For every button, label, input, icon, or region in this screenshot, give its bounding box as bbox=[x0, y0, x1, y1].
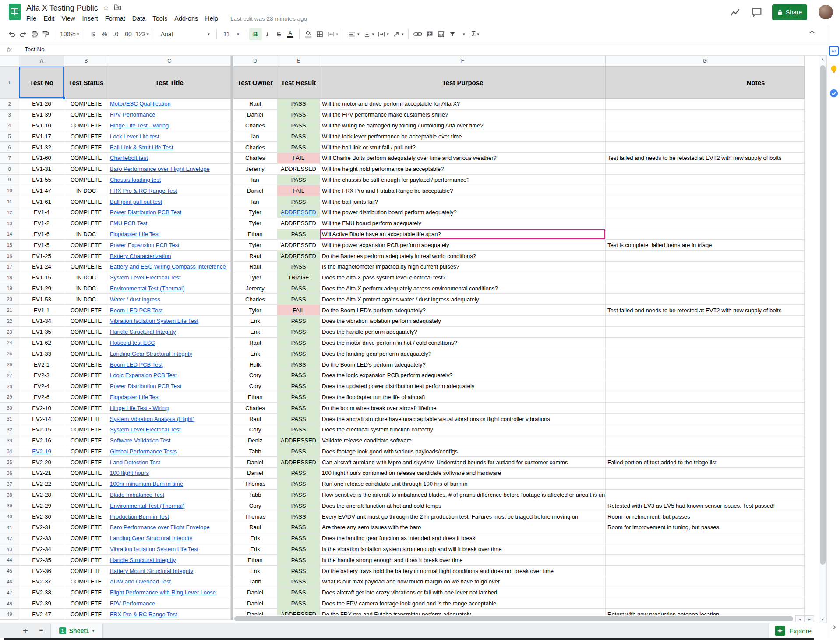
cell-test-status[interactable]: COMPLETE bbox=[64, 131, 108, 142]
cell-test-no[interactable]: EV1-47 bbox=[19, 185, 64, 196]
sheet-activity-icon[interactable] bbox=[730, 7, 741, 19]
font-size-select[interactable]: 11▾ bbox=[220, 28, 243, 40]
cell-notes[interactable] bbox=[606, 316, 805, 327]
bold-button[interactable]: B bbox=[249, 28, 262, 40]
cell-notes[interactable] bbox=[606, 229, 805, 240]
cell-test-title[interactable]: FRX Pro & RC Range Test bbox=[108, 609, 231, 620]
row-number-45[interactable]: 45 bbox=[0, 566, 19, 576]
menu-addons[interactable]: Add-ons bbox=[171, 14, 201, 23]
cell-test-purpose[interactable]: Do the Boom LED's perform adequately? bbox=[320, 359, 606, 370]
cell-test-result[interactable]: PASS bbox=[277, 110, 320, 120]
cell-test-status[interactable]: COMPLETE bbox=[64, 348, 108, 359]
cell-test-owner[interactable]: Ian bbox=[233, 131, 277, 142]
cell-test-title[interactable]: Ball Link & Strut Life Test bbox=[108, 142, 231, 153]
share-button[interactable]: Share bbox=[772, 4, 807, 20]
row-number-8[interactable]: 8 bbox=[0, 164, 19, 175]
cell-test-result[interactable]: PASS bbox=[277, 392, 320, 403]
test-title-link[interactable]: Motor/ESC Qualification bbox=[110, 100, 171, 107]
explore-button[interactable]: Explore bbox=[769, 623, 827, 638]
cell-notes[interactable] bbox=[606, 555, 805, 566]
cell-test-status[interactable]: COMPLETE bbox=[64, 414, 108, 424]
cell-test-owner[interactable]: Raul bbox=[233, 338, 277, 349]
cell-test-no[interactable]: EV1-61 bbox=[19, 196, 64, 207]
cell-test-result[interactable]: PASS bbox=[277, 576, 320, 587]
format-percent-button[interactable]: % bbox=[99, 28, 110, 40]
cell-test-no[interactable]: EV1-10 bbox=[19, 120, 64, 131]
cell-notes[interactable] bbox=[606, 566, 805, 576]
cell-test-purpose[interactable]: Does the aircraft structure have unaccep… bbox=[320, 414, 606, 424]
print-button[interactable] bbox=[29, 28, 40, 40]
test-title-link[interactable]: 100 flight hours bbox=[110, 470, 149, 476]
cell-test-owner[interactable]: Cory bbox=[233, 370, 277, 381]
column-header-F[interactable]: F bbox=[320, 56, 606, 67]
row-number-12[interactable]: 12 bbox=[0, 207, 19, 218]
cell-notes[interactable]: Room for refinement, but passes bbox=[606, 511, 805, 522]
cell-test-title[interactable]: Baro Performance over Flight Envelope bbox=[108, 164, 231, 175]
cell-test-owner[interactable]: Tabb bbox=[233, 490, 277, 501]
cell-test-owner[interactable]: Daniel bbox=[233, 185, 277, 196]
row-number-21[interactable]: 21 bbox=[0, 305, 19, 316]
cell-notes[interactable] bbox=[606, 110, 805, 120]
keep-icon[interactable] bbox=[829, 64, 839, 76]
menu-tools[interactable]: Tools bbox=[149, 14, 171, 23]
menu-data[interactable]: Data bbox=[129, 14, 149, 23]
cell-test-purpose[interactable]: How senstive is the aircraft to imbalanc… bbox=[320, 490, 606, 501]
row-number-42[interactable]: 42 bbox=[0, 533, 19, 544]
filter-views-button[interactable]: ▾ bbox=[458, 28, 469, 40]
cell-test-result[interactable]: PASS bbox=[277, 316, 320, 327]
row-number-31[interactable]: 31 bbox=[0, 414, 19, 424]
cell-test-purpose[interactable]: Will the motor and drive perform accepta… bbox=[320, 99, 606, 110]
test-no-link[interactable]: EV2-19 bbox=[32, 448, 51, 455]
cell-test-result[interactable]: ADDRESSED bbox=[277, 435, 320, 446]
paint-format-button[interactable] bbox=[40, 28, 52, 40]
row-number-47[interactable]: 47 bbox=[0, 587, 19, 598]
cell-test-owner[interactable]: Cory bbox=[233, 381, 277, 392]
cell-test-no[interactable]: EV2-16 bbox=[19, 435, 64, 446]
row-number-9[interactable]: 9 bbox=[0, 175, 19, 186]
test-result-link[interactable]: ADDRESSED bbox=[281, 209, 316, 216]
cell-notes[interactable] bbox=[606, 446, 805, 457]
cell-test-no[interactable]: EV2-39 bbox=[19, 598, 64, 609]
column-header-G[interactable]: G bbox=[606, 56, 805, 67]
cell-test-result[interactable]: PASS bbox=[277, 370, 320, 381]
cell-test-no[interactable]: EV1-2 bbox=[19, 218, 64, 229]
test-title-link[interactable]: Baro Performance over Flight Envelope bbox=[110, 166, 210, 172]
cell-notes[interactable] bbox=[606, 185, 805, 196]
cell-test-owner[interactable]: Cory bbox=[233, 424, 277, 435]
cell-test-owner[interactable]: Daniel bbox=[233, 587, 277, 598]
cell-test-result[interactable]: PASS bbox=[277, 131, 320, 142]
row-number-3[interactable]: 3 bbox=[0, 110, 19, 120]
cell-test-result[interactable]: PASS bbox=[277, 511, 320, 522]
cell-test-result[interactable]: PASS bbox=[277, 522, 320, 533]
cell-test-title[interactable]: Software Validation Test bbox=[108, 435, 231, 446]
row-number-15[interactable]: 15 bbox=[0, 240, 19, 251]
cell-test-status[interactable]: COMPLETE bbox=[64, 251, 108, 262]
cell-test-no[interactable]: EV1-39 bbox=[19, 110, 64, 120]
cell-test-no[interactable]: EV2-47 bbox=[19, 609, 64, 620]
test-title-link[interactable]: Battery Characterization bbox=[110, 253, 171, 259]
cell-notes[interactable] bbox=[606, 348, 805, 359]
cell-notes[interactable] bbox=[606, 392, 805, 403]
cell-test-no[interactable]: EV2-1 bbox=[19, 359, 64, 370]
test-title-link[interactable]: System Vibration Analysis (Flight) bbox=[110, 416, 194, 422]
cell-notes[interactable]: Retested with EV3 as EV5 had known senso… bbox=[606, 500, 805, 511]
row-number-44[interactable]: 44 bbox=[0, 555, 19, 566]
cell-test-owner[interactable]: Ethan bbox=[233, 392, 277, 403]
cell-test-title[interactable]: FPV Performance bbox=[108, 598, 231, 609]
cell-test-title[interactable]: Boom LED PCB Test bbox=[108, 305, 231, 316]
cell-test-title[interactable]: FRX Pro & RC Range Test bbox=[108, 185, 231, 196]
cell-test-status[interactable]: COMPLETE bbox=[64, 435, 108, 446]
cell-test-result[interactable]: PASS bbox=[277, 381, 320, 392]
cell-test-status[interactable]: COMPLETE bbox=[64, 511, 108, 522]
cell-notes[interactable] bbox=[606, 598, 805, 609]
cell-test-status[interactable]: IN DOC bbox=[64, 272, 108, 283]
increase-decimals-button[interactable]: .00 bbox=[121, 28, 133, 40]
cell-test-owner[interactable]: Tabb bbox=[233, 576, 277, 587]
cell-test-title[interactable]: Environmental Test (Thermal) bbox=[108, 500, 231, 511]
cell-test-owner[interactable]: Tyler bbox=[233, 240, 277, 251]
cell-test-purpose[interactable]: Is the handle strong enough and does it … bbox=[320, 555, 606, 566]
cell-test-title[interactable]: Chassis loading test bbox=[108, 175, 231, 186]
cell-test-owner[interactable]: Charles bbox=[233, 403, 277, 414]
move-to-folder-icon[interactable] bbox=[114, 4, 121, 12]
cell-test-status[interactable]: COMPLETE bbox=[64, 316, 108, 327]
